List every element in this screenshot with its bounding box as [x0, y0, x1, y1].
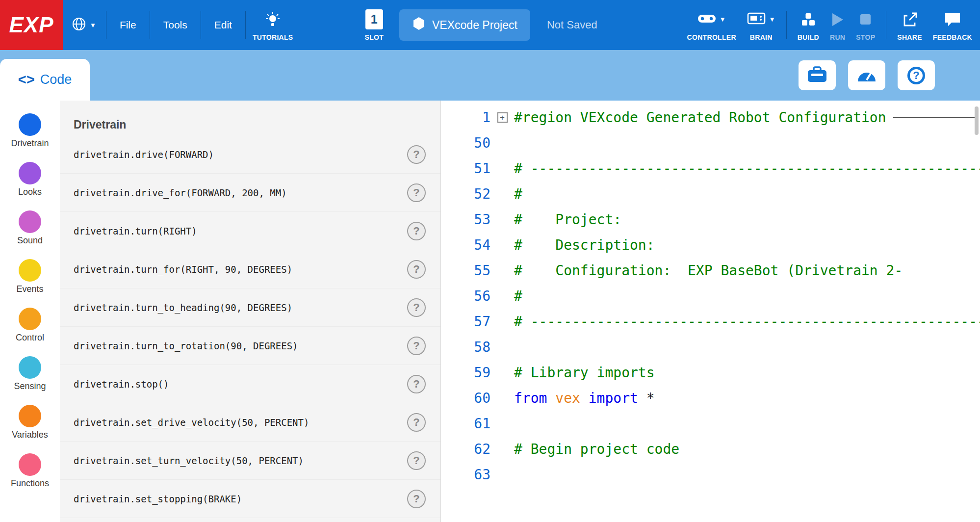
vertical-scrollbar[interactable] [975, 106, 979, 135]
command-help-button[interactable]: ? [407, 375, 426, 393]
hexagon-icon [412, 16, 426, 34]
share-button[interactable]: SHARE [897, 9, 922, 41]
code-line[interactable]: 52 # [441, 181, 980, 207]
tutorials-button[interactable]: TUTORIALS [253, 9, 293, 41]
line-number: 51 [441, 160, 490, 177]
category-item[interactable]: Looks [0, 155, 60, 204]
question-mark-icon: ? [907, 67, 925, 84]
palette-header: Drivetrain [60, 101, 440, 135]
command-row[interactable]: drivetrain.turn(RIGHT) ? [60, 212, 440, 250]
command-row[interactable]: drivetrain.set_drive_velocity(50, PERCEN… [60, 403, 440, 442]
run-label: RUN [830, 33, 845, 41]
category-item[interactable]: Functions [0, 446, 60, 495]
command-text: drivetrain.turn(RIGHT) [74, 226, 197, 236]
lightbulb-icon [265, 9, 281, 30]
command-row[interactable]: drivetrain.drive_for(FORWARD, 200, MM) ? [60, 174, 440, 212]
line-number: 63 [441, 467, 490, 483]
run-button[interactable]: RUN [830, 9, 845, 41]
code-text: # Configuration: EXP BaseBot (Drivetrain… [514, 262, 903, 279]
category-item[interactable]: Control [0, 301, 60, 349]
build-blocks-icon [800, 9, 816, 30]
command-help-button[interactable]: ? [407, 451, 426, 470]
category-item[interactable]: Events [0, 252, 60, 301]
fold-expand-icon[interactable]: + [497, 112, 508, 123]
code-brackets-icon: <> [18, 72, 35, 88]
menu-file[interactable]: File [106, 0, 150, 50]
command-help-button[interactable]: ? [407, 260, 426, 279]
command-text: drivetrain.turn_to_rotation(90, DEGREES) [74, 340, 298, 351]
slot-button[interactable]: 1 SLOT [365, 9, 384, 41]
line-number: 54 [441, 237, 490, 253]
code-line[interactable]: 58 [441, 334, 980, 360]
command-row[interactable]: drivetrain.stop() ? [60, 365, 440, 403]
menu-tools[interactable]: Tools [150, 0, 201, 50]
collapsed-region-rule [893, 117, 975, 118]
brain-button[interactable]: ▼ BRAIN [747, 9, 775, 41]
command-help-button[interactable]: ? [407, 337, 426, 355]
line-number: 55 [441, 262, 490, 279]
command-text: drivetrain.set_drive_velocity(50, PERCEN… [74, 417, 309, 428]
command-row[interactable]: drivetrain.set_turn_velocity(50, PERCENT… [60, 442, 440, 480]
code-line[interactable]: 59 # Library imports [441, 360, 980, 385]
brain-device-icon [747, 12, 766, 27]
share-icon [902, 9, 918, 30]
dashboard-button[interactable] [848, 60, 885, 90]
language-menu-button[interactable]: ▼ [72, 17, 96, 33]
category-label: Control [16, 333, 44, 343]
code-line[interactable]: 56 # [441, 283, 980, 309]
command-row[interactable]: drivetrain.turn_to_heading(90, DEGREES) … [60, 288, 440, 327]
code-line[interactable]: 54 # Description: [441, 232, 980, 258]
command-help-button[interactable]: ? [407, 413, 426, 432]
line-number: 53 [441, 211, 490, 228]
command-row[interactable]: drivetrain.turn_for(RIGHT, 90, DEGREES) … [60, 250, 440, 288]
category-item[interactable]: Sound [0, 204, 60, 252]
help-button[interactable]: ? [898, 60, 935, 90]
command-help-button[interactable]: ? [407, 298, 426, 317]
command-help-button[interactable]: ? [407, 222, 426, 240]
toolbox-icon [807, 66, 827, 84]
command-palette: Drivetrain drivetrain.drive(FORWARD) ? d… [60, 101, 441, 522]
tabbar-actions: ? [799, 60, 935, 90]
code-text: # Begin project code [514, 441, 679, 457]
device-console-button[interactable] [799, 60, 836, 90]
line-number: 60 [441, 390, 490, 406]
build-button[interactable]: BUILD [798, 9, 819, 41]
code-line[interactable]: 61 [441, 411, 980, 436]
command-row[interactable]: drivetrain.drive(FORWARD) ? [60, 135, 440, 174]
code-line[interactable]: 1 + #region VEXcode Generated Robot Conf… [441, 104, 980, 130]
command-help-button[interactable]: ? [407, 145, 426, 164]
tab-code[interactable]: <> Code [0, 59, 90, 101]
code-line[interactable]: 63 [441, 462, 980, 487]
code-text: # Description: [514, 237, 655, 253]
controller-button[interactable]: ▼ CONTROLLER [687, 9, 736, 41]
code-line[interactable]: 51 # -----------------------------------… [441, 156, 980, 181]
command-row[interactable]: drivetrain.turn_to_rotation(90, DEGREES)… [60, 327, 440, 365]
feedback-button[interactable]: FEEDBACK [933, 9, 972, 41]
stop-button[interactable]: STOP [856, 9, 875, 41]
code-line[interactable]: 50 [441, 130, 980, 156]
line-number: 56 [441, 288, 490, 304]
controller-label: CONTROLLER [687, 33, 736, 41]
category-color-dot [19, 210, 41, 233]
code-line[interactable]: 62 # Begin project code [441, 436, 980, 462]
category-item[interactable]: Variables [0, 398, 60, 446]
command-help-button[interactable]: ? [407, 490, 426, 508]
category-item[interactable]: Drivetrain [0, 106, 60, 155]
code-text: # Project: [514, 211, 621, 228]
menu-edit[interactable]: Edit [201, 0, 245, 50]
command-row[interactable]: drivetrain.set_stopping(BRAKE) ? [60, 480, 440, 518]
code-line[interactable]: 60 from vex import * [441, 385, 980, 411]
code-text: # [514, 186, 522, 202]
command-help-button[interactable]: ? [407, 183, 426, 202]
code-line[interactable]: 57 # -----------------------------------… [441, 309, 980, 334]
stop-icon [860, 9, 871, 30]
vex-exp-logo: EXP [0, 0, 63, 50]
category-item[interactable]: Sensing [0, 349, 60, 398]
feedback-label: FEEDBACK [933, 33, 972, 41]
project-name-button[interactable]: VEXcode Project [399, 9, 530, 41]
topbar-right-actions: ▼ CONTROLLER ▼ BRAIN [687, 9, 980, 41]
code-editor[interactable]: 1 + #region VEXcode Generated Robot Conf… [441, 101, 980, 522]
code-line[interactable]: 53 # Project: [441, 207, 980, 232]
gauge-icon [856, 67, 877, 84]
code-line[interactable]: 55 # Configuration: EXP BaseBot (Drivetr… [441, 258, 980, 283]
